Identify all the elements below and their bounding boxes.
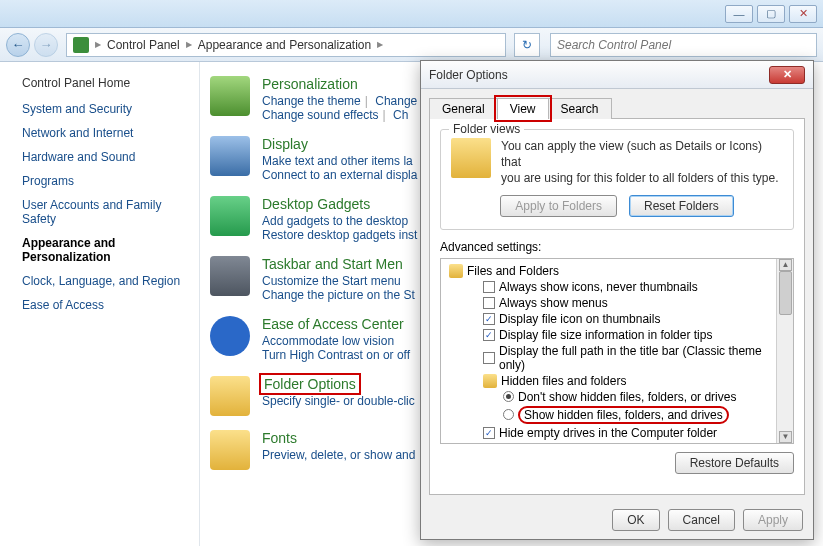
- chevron-right-icon: ▶: [186, 40, 192, 49]
- scroll-thumb[interactable]: [779, 271, 792, 315]
- tree-item-label: Always show menus: [499, 296, 608, 310]
- window-maximize-button[interactable]: ▢: [757, 5, 785, 23]
- apply-button[interactable]: Apply: [743, 509, 803, 531]
- link[interactable]: Restore desktop gadgets inst: [262, 228, 417, 242]
- sidebar-home[interactable]: Control Panel Home: [22, 76, 189, 90]
- link[interactable]: Change the picture on the St: [262, 288, 415, 302]
- link[interactable]: Ch: [393, 108, 408, 122]
- tab-search[interactable]: Search: [548, 98, 612, 119]
- folder-views-text: You can apply the view (such as Details …: [501, 138, 783, 187]
- folder-views-icon: [451, 138, 491, 178]
- search-input[interactable]: [550, 33, 817, 57]
- checkbox-icon[interactable]: ✓: [483, 329, 495, 341]
- tab-view[interactable]: View: [497, 98, 549, 119]
- tabstrip: General View Search: [429, 97, 805, 119]
- category-title[interactable]: Personalization: [262, 76, 427, 92]
- tree-item[interactable]: Always show icons, never thumbnails: [443, 279, 791, 295]
- window-titlebar: — ▢ ✕: [0, 0, 823, 28]
- cancel-button[interactable]: Cancel: [668, 509, 735, 531]
- link[interactable]: Change the theme: [262, 94, 361, 108]
- tree-item[interactable]: Don't show hidden files, folders, or dri…: [443, 389, 791, 405]
- scroll-up-icon[interactable]: ▲: [779, 259, 792, 271]
- tree-item-label: Hide extensions for known file types: [499, 442, 690, 444]
- ok-button[interactable]: OK: [612, 509, 659, 531]
- link[interactable]: Preview, delete, or show and: [262, 448, 415, 462]
- reset-folders-button[interactable]: Reset Folders: [629, 195, 734, 217]
- dialog-close-button[interactable]: ✕: [769, 66, 805, 84]
- tree-root: Files and Folders: [443, 263, 791, 279]
- sidebar-item-appearance[interactable]: Appearance and Personalization: [22, 236, 189, 264]
- taskbar-icon: [210, 256, 250, 296]
- tree-item[interactable]: Display the full path in the title bar (…: [443, 343, 791, 373]
- checkbox-icon[interactable]: [483, 352, 495, 364]
- tree-item[interactable]: ✓Display file size information in folder…: [443, 327, 791, 343]
- tree-item-label: Hidden files and folders: [501, 374, 626, 388]
- checkbox-icon[interactable]: ✓: [483, 443, 495, 444]
- scrollbar[interactable]: ▲ ▼: [776, 259, 793, 443]
- dialog-buttons: OK Cancel Apply: [612, 509, 803, 531]
- checkbox-icon[interactable]: ✓: [483, 313, 495, 325]
- sidebar-item-hardware[interactable]: Hardware and Sound: [22, 150, 189, 164]
- back-button[interactable]: ←: [6, 33, 30, 57]
- tree-item-label: Show hidden files, folders, and drives: [518, 406, 729, 424]
- category-title[interactable]: Folder Options: [262, 376, 358, 392]
- tree-item-label: Hide empty drives in the Computer folder: [499, 426, 717, 440]
- category-title[interactable]: Taskbar and Start Men: [262, 256, 415, 272]
- checkbox-icon[interactable]: ✓: [483, 427, 495, 439]
- tree-item-label: Always show icons, never thumbnails: [499, 280, 698, 294]
- tree-item-label: Don't show hidden files, folders, or dri…: [518, 390, 736, 404]
- radio-icon[interactable]: [503, 409, 514, 420]
- tree-item[interactable]: ✓Hide extensions for known file types: [443, 441, 791, 444]
- folder-options-icon: [210, 376, 250, 416]
- tree-item-label: Display the full path in the title bar (…: [499, 344, 791, 372]
- link[interactable]: Add gadgets to the desktop: [262, 214, 408, 228]
- link[interactable]: Connect to an external displa: [262, 168, 417, 182]
- control-panel-icon: [73, 37, 89, 53]
- advanced-settings-tree[interactable]: Files and FoldersAlways show icons, neve…: [440, 258, 794, 444]
- sidebar-item-ease[interactable]: Ease of Access: [22, 298, 189, 312]
- crumb-control-panel[interactable]: Control Panel: [107, 38, 180, 52]
- category-title[interactable]: Desktop Gadgets: [262, 196, 417, 212]
- category-title[interactable]: Fonts: [262, 430, 415, 446]
- forward-button[interactable]: →: [34, 33, 58, 57]
- sidebar-item-clock[interactable]: Clock, Language, and Region: [22, 274, 189, 288]
- sidebar-item-programs[interactable]: Programs: [22, 174, 189, 188]
- refresh-button[interactable]: ↻: [514, 33, 540, 57]
- sidebar-item-system[interactable]: System and Security: [22, 102, 189, 116]
- scroll-down-icon[interactable]: ▼: [779, 431, 792, 443]
- navbar: ← → ▶ Control Panel ▶ Appearance and Per…: [0, 28, 823, 62]
- restore-defaults-button[interactable]: Restore Defaults: [675, 452, 794, 474]
- sidebar-item-network[interactable]: Network and Internet: [22, 126, 189, 140]
- category-title[interactable]: Display: [262, 136, 417, 152]
- chevron-right-icon: ▶: [95, 40, 101, 49]
- category-title[interactable]: Ease of Access Center: [262, 316, 410, 332]
- tree-item-label: Display file size information in folder …: [499, 328, 712, 342]
- link[interactable]: Change sound effects: [262, 108, 379, 122]
- link[interactable]: Turn High Contrast on or off: [262, 348, 410, 362]
- link[interactable]: Specify single- or double-clic: [262, 394, 415, 408]
- dialog-title: Folder Options: [429, 68, 508, 82]
- folder-icon: [483, 374, 497, 388]
- refresh-icon: ↻: [522, 38, 532, 52]
- crumb-appearance[interactable]: Appearance and Personalization: [198, 38, 371, 52]
- tree-item[interactable]: Always show menus: [443, 295, 791, 311]
- radio-icon[interactable]: [503, 391, 514, 402]
- tree-item[interactable]: Show hidden files, folders, and drives: [443, 405, 791, 425]
- group-legend: Folder views: [449, 122, 524, 136]
- tree-item[interactable]: ✓Hide empty drives in the Computer folde…: [443, 425, 791, 441]
- tab-general[interactable]: General: [429, 98, 498, 119]
- breadcrumb[interactable]: ▶ Control Panel ▶ Appearance and Persona…: [66, 33, 506, 57]
- checkbox-icon[interactable]: [483, 281, 495, 293]
- window-close-button[interactable]: ✕: [789, 5, 817, 23]
- sidebar: Control Panel Home System and Security N…: [0, 62, 200, 546]
- tree-item[interactable]: ✓Display file icon on thumbnails: [443, 311, 791, 327]
- window-minimize-button[interactable]: —: [725, 5, 753, 23]
- link[interactable]: Customize the Start menu: [262, 274, 401, 288]
- link[interactable]: Accommodate low vision: [262, 334, 394, 348]
- folder-icon: [449, 264, 463, 278]
- link[interactable]: Make text and other items la: [262, 154, 413, 168]
- sidebar-item-users[interactable]: User Accounts and Family Safety: [22, 198, 189, 226]
- checkbox-icon[interactable]: [483, 297, 495, 309]
- advanced-settings-label: Advanced settings:: [440, 240, 794, 254]
- apply-to-folders-button[interactable]: Apply to Folders: [500, 195, 617, 217]
